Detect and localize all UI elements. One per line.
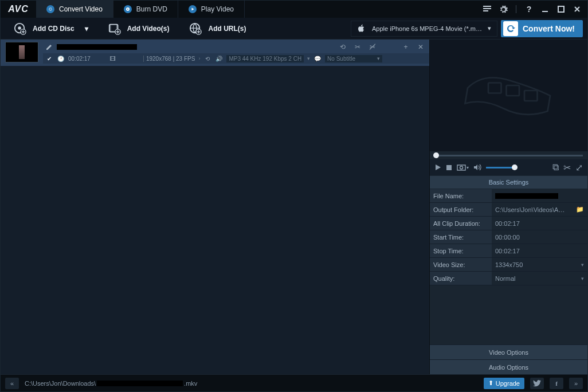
film-strip-icon — [457, 67, 560, 124]
file-title-row: ⟲ ✂ ✂ + ✕ — [43, 42, 429, 53]
gear-icon[interactable] — [497, 3, 509, 15]
svg-point-8 — [18, 26, 21, 30]
refresh-small-icon[interactable]: ⟲ — [203, 54, 211, 62]
minimize-button[interactable] — [539, 3, 551, 15]
profile-label: Apple iPhone 6s MPEG-4 Movie (*.m… — [372, 25, 482, 32]
chevron-down-icon: ▾ — [488, 25, 491, 32]
quality-select[interactable]: Normal▾ — [492, 272, 587, 285]
edit-icon[interactable] — [45, 43, 53, 51]
preview-seek-bar[interactable] — [430, 151, 587, 159]
facebook-button[interactable]: f — [550, 378, 563, 389]
svg-rect-11 — [109, 24, 111, 32]
menu-icon[interactable] — [481, 3, 493, 15]
tab-label: Burn DVD — [136, 5, 167, 13]
svg-rect-16 — [488, 83, 501, 93]
play-icon — [189, 5, 197, 13]
add-cd-disc-button[interactable]: Add CD Disc ▾ — [5, 21, 96, 37]
file-list-pane: ⟲ ✂ ✂ + ✕ ✔ 🕐 00:02:17 — [1, 40, 430, 374]
start-time-value[interactable]: 00:00:00 — [492, 230, 587, 244]
setting-output-folder: Output Folder: C:\Users\Jon\Videos\A…📁 — [430, 203, 587, 217]
disc-icon — [124, 5, 132, 13]
link-icon[interactable]: ⧉ — [552, 162, 559, 173]
tab-burn-dvd[interactable]: Burn DVD — [113, 1, 178, 18]
no-cut-icon[interactable]: ✂ — [369, 43, 377, 51]
add-urls-button[interactable]: Add URL(s) — [181, 21, 254, 37]
audio-options-header[interactable]: Audio Options — [430, 359, 587, 374]
svg-rect-6 — [558, 6, 564, 12]
setting-video-size: Video Size: 1334x750▾ — [430, 258, 587, 272]
convert-now-button[interactable]: Convert Now! — [501, 20, 583, 37]
button-label: Convert Now! — [523, 24, 575, 33]
setting-quality: Quality: Normal▾ — [430, 272, 587, 285]
separator — [516, 5, 516, 13]
cut-icon[interactable]: ✂ — [354, 43, 362, 51]
basic-settings-header[interactable]: Basic Settings — [430, 175, 587, 189]
add-icon[interactable]: + — [402, 43, 410, 51]
apple-icon — [357, 24, 366, 33]
stop-time-value[interactable]: 00:02:17 — [492, 244, 587, 257]
setting-all-clip-duration: All Clip Duration: 00:02:17 — [430, 217, 587, 230]
setting-stop-time: Stop Time: 00:02:17 — [430, 244, 587, 258]
tab-convert-video[interactable]: Convert Video — [36, 1, 113, 18]
audio-info[interactable]: MP3 44 KHz 192 Kbps 2 CH — [226, 55, 304, 62]
seek-handle[interactable] — [433, 152, 439, 158]
svg-rect-19 — [446, 165, 452, 170]
video-thumbnail[interactable] — [5, 42, 38, 62]
setting-file-name: File Name: — [430, 189, 587, 203]
svg-point-1 — [127, 9, 128, 10]
help-icon[interactable]: ? — [523, 3, 535, 15]
chevron-down-icon: ▾ — [85, 25, 88, 33]
basic-settings-body: File Name: Output Folder: C:\Users\Jon\V… — [430, 189, 587, 285]
duration-value: 00:02:17 — [68, 56, 91, 62]
button-label: Add Video(s) — [127, 25, 170, 33]
chevron-right-icon[interactable]: › — [198, 56, 200, 61]
subtitle-select[interactable]: No Subtitle▾ — [325, 55, 382, 62]
sync-icon — [503, 21, 518, 36]
volume-button[interactable] — [473, 164, 481, 171]
file-item[interactable]: ⟲ ✂ ✂ + ✕ ✔ 🕐 00:02:17 — [1, 40, 429, 66]
tab-play-video[interactable]: Play Video — [178, 1, 245, 18]
fullscreen-icon[interactable]: ⤢ — [575, 162, 583, 173]
svg-point-21 — [460, 166, 463, 169]
disc-add-icon — [13, 22, 27, 36]
volume-slider[interactable] — [486, 167, 515, 168]
close-button[interactable] — [571, 3, 583, 15]
button-label: Add URL(s) — [208, 25, 246, 33]
volume-handle[interactable] — [512, 164, 518, 170]
resolution-fps: 1920x768 | 23 FPS — [143, 56, 195, 62]
chevron-down-icon[interactable]: ▾ — [307, 56, 310, 61]
refresh-icon[interactable]: ⟲ — [339, 43, 347, 51]
cut-icon[interactable]: ✂ — [563, 162, 571, 173]
subtitle-icon: 💬 — [313, 54, 322, 62]
file-name-value[interactable] — [492, 189, 587, 202]
maximize-button[interactable] — [555, 3, 567, 15]
collapse-right-button[interactable]: » — [569, 378, 583, 389]
snapshot-button[interactable]: ▾ — [457, 164, 469, 171]
svg-rect-2 — [483, 6, 491, 7]
button-label: Add CD Disc — [33, 25, 75, 33]
preview-controls: ▾ ⧉ ✂ ⤢ — [430, 159, 587, 175]
app-logo: AVC — [1, 1, 36, 18]
folder-icon[interactable]: 📁 — [576, 206, 584, 213]
output-folder-value[interactable]: C:\Users\Jon\Videos\A…📁 — [492, 203, 587, 216]
close-icon[interactable]: ✕ — [417, 43, 425, 51]
collapse-left-button[interactable]: « — [5, 378, 19, 389]
video-size-select[interactable]: 1334x750▾ — [492, 258, 587, 271]
refresh-icon — [46, 5, 54, 13]
main-area: ⟲ ✂ ✂ + ✕ ✔ 🕐 00:02:17 — [1, 40, 587, 374]
all-clip-value: 00:02:17 — [492, 217, 587, 230]
add-videos-button[interactable]: Add Video(s) — [100, 21, 178, 37]
status-path: C:\Users\Jon\Downloads\.mkv — [25, 380, 478, 387]
app-window: AVC Convert Video Burn DVD Play Video ? — [0, 0, 588, 392]
play-button[interactable] — [434, 164, 441, 171]
video-options-header[interactable]: Video Options — [430, 344, 587, 359]
stop-button[interactable] — [446, 164, 452, 171]
globe-add-icon — [189, 22, 202, 36]
twitter-button[interactable] — [530, 378, 544, 389]
svg-rect-5 — [542, 11, 548, 12]
upgrade-button[interactable]: ⬆ Upgrade — [484, 378, 524, 389]
main-tabs: Convert Video Burn DVD Play Video — [36, 1, 481, 18]
output-profile-select[interactable]: Apple iPhone 6s MPEG-4 Movie (*.m… ▾ — [351, 21, 497, 37]
clock-icon: 🕐 — [57, 54, 65, 62]
checkbox[interactable]: ✔ — [45, 54, 53, 62]
